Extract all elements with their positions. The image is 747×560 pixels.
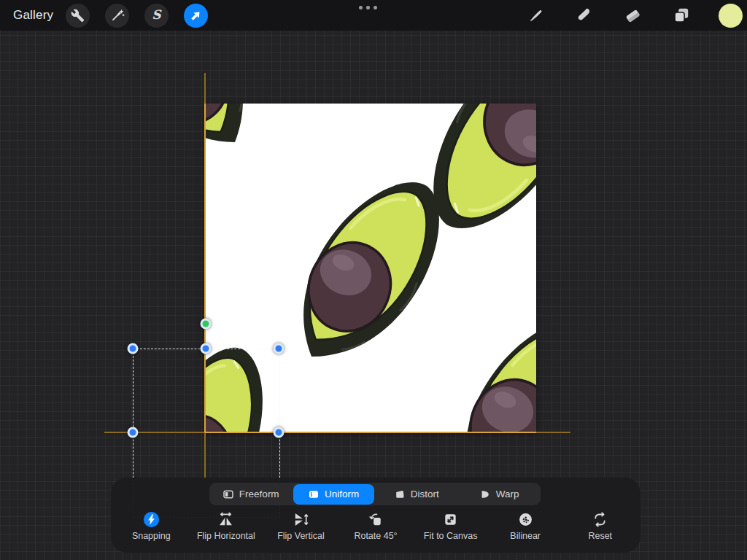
mode-freeform[interactable]: Freeform — [211, 484, 292, 505]
avocado-artwork-top-left — [205, 104, 302, 192]
flip-horizontal-button[interactable]: Flip Horizontal — [189, 511, 264, 541]
transform-arrow-icon — [189, 9, 203, 23]
mode-uniform-selected[interactable]: Uniform — [293, 484, 374, 505]
gallery-button[interactable]: Gallery — [13, 0, 53, 31]
mode-label: Distort — [411, 489, 439, 499]
adjustments-button[interactable] — [105, 4, 129, 28]
snapping-lightning-icon — [143, 511, 160, 528]
fit-to-canvas-icon — [442, 511, 459, 528]
more-menu[interactable] — [359, 6, 377, 9]
bilinear-interpolation-icon — [517, 511, 534, 528]
paintbrush-icon — [527, 6, 546, 25]
selection-button[interactable]: S — [144, 4, 169, 28]
selection-s-icon: S — [152, 9, 160, 21]
selection-handle-top-left[interactable] — [128, 343, 139, 354]
selection-handle-top-right[interactable] — [274, 343, 285, 354]
reset-button[interactable]: Reset — [562, 511, 638, 541]
rotate-45-button[interactable]: Rotate 45° — [338, 511, 414, 541]
procreate-app: Gallery S — [0, 0, 747, 560]
layers-icon — [672, 6, 691, 25]
transform-mode-segmented-control: Freeform Uniform Distort Warp — [209, 483, 541, 505]
distort-mode-icon — [394, 489, 406, 500]
bilinear-button[interactable]: Bilinear — [488, 511, 563, 541]
smudge-finger-icon — [575, 6, 594, 25]
selection-handle-middle-right[interactable] — [274, 427, 285, 438]
reset-cycle-icon — [592, 511, 608, 528]
warp-mode-icon — [479, 489, 491, 500]
actions-button[interactable] — [66, 4, 90, 28]
mode-distort[interactable]: Distort — [376, 484, 457, 505]
top-toolbar: Gallery S — [0, 0, 747, 31]
freeform-mode-icon — [222, 489, 234, 500]
mode-label: Uniform — [325, 489, 359, 499]
flip-horizontal-icon — [217, 511, 234, 528]
transform-options-panel: Freeform Uniform Distort Warp — [111, 478, 640, 553]
layers-button[interactable] — [669, 3, 694, 28]
rotation-handle[interactable] — [201, 319, 212, 330]
smudge-button[interactable] — [572, 3, 597, 28]
ellipsis-icon — [359, 6, 363, 9]
magic-wand-icon — [110, 8, 125, 23]
flip-vertical-icon — [293, 511, 309, 528]
mode-warp[interactable]: Warp — [459, 484, 540, 505]
rotate-45-icon — [368, 511, 384, 528]
transform-actions-row: Snapping Flip Horizontal — [114, 511, 638, 541]
eraser-icon — [623, 6, 642, 25]
uniform-mode-icon — [308, 489, 320, 500]
selection-handle-top-middle[interactable] — [201, 343, 212, 354]
mode-label: Warp — [496, 489, 519, 499]
wrench-icon — [71, 9, 85, 23]
color-swatch-button[interactable] — [719, 4, 743, 28]
mode-label: Freeform — [239, 489, 279, 499]
selection-handle-middle-left[interactable] — [128, 427, 139, 438]
eraser-button[interactable] — [620, 3, 645, 28]
snapping-button[interactable]: Snapping — [114, 511, 189, 541]
transform-button-active[interactable] — [184, 4, 208, 28]
brush-button[interactable] — [524, 3, 549, 28]
fit-to-canvas-button[interactable]: Fit to Canvas — [413, 511, 488, 541]
flip-vertical-button[interactable]: Flip Vertical — [263, 511, 338, 541]
